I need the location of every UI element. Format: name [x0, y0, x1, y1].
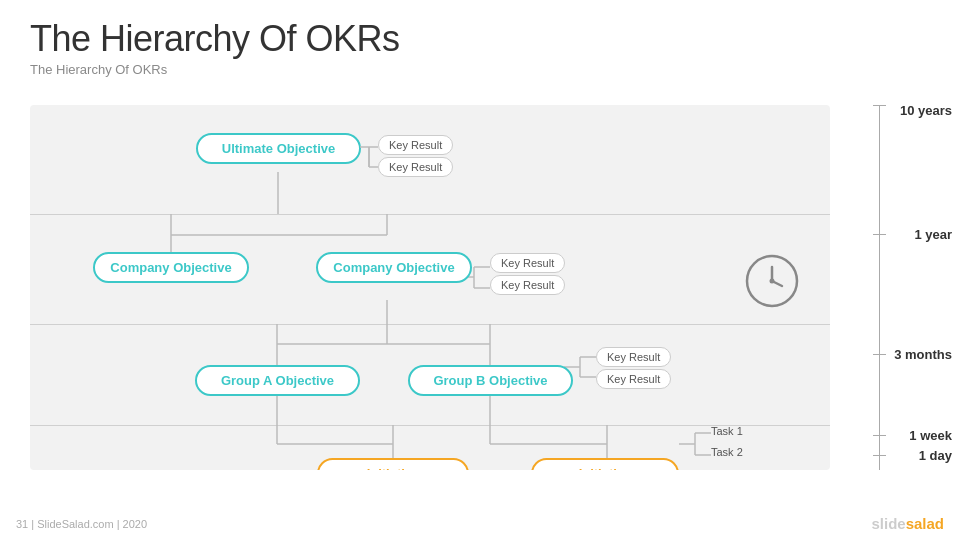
kr-company2-2: Key Result	[490, 275, 565, 295]
slide: The Hierarchy Of OKRs The Hierarchy Of O…	[0, 0, 960, 540]
initiative-2-pill: Initiative	[531, 458, 679, 470]
group-b-pill: Group B Objective	[408, 365, 573, 396]
tick-10years	[873, 105, 886, 106]
tick-1week	[873, 435, 886, 436]
timeline: 10 years 1 year 3 months 1 week 1 day	[840, 105, 960, 470]
kr-ultimate-1: Key Result	[378, 135, 453, 155]
ultimate-objective-pill: Ultimate Objective	[196, 133, 361, 164]
hline-3	[30, 425, 830, 426]
tick-1day	[873, 455, 886, 456]
kr-groupb-2: Key Result	[596, 369, 671, 389]
brand-slide: slide	[871, 515, 905, 532]
tick-1year	[873, 234, 886, 235]
label-1day: 1 day	[919, 448, 952, 463]
group-a-pill: Group A Objective	[195, 365, 360, 396]
label-1week: 1 week	[909, 428, 952, 443]
footer: 31 | SlideSalad.com | 2020 slidesalad	[0, 515, 960, 532]
tick-3months	[873, 354, 886, 355]
task-1: Task 1	[711, 425, 743, 437]
hline-1	[30, 214, 830, 215]
sub-title: The Hierarchy Of OKRs	[30, 62, 930, 77]
footer-left: 31 | SlideSalad.com | 2020	[16, 518, 147, 530]
label-3months: 3 months	[894, 347, 952, 362]
footer-brand: slidesalad	[871, 515, 944, 532]
diagram-wrapper: Ultimate Objective Key Result Key Result…	[30, 105, 830, 470]
label-1year: 1 year	[914, 227, 952, 242]
hline-2	[30, 324, 830, 325]
svg-point-33	[770, 279, 775, 284]
main-title: The Hierarchy Of OKRs	[30, 18, 930, 60]
company-obj-2-pill: Company Objective	[316, 252, 472, 283]
initiative-1-pill: Initiative	[317, 458, 469, 470]
kr-ultimate-2: Key Result	[378, 157, 453, 177]
kr-company2-1: Key Result	[490, 253, 565, 273]
company-obj-1-pill: Company Objective	[93, 252, 249, 283]
timeline-vertical-line	[879, 105, 880, 470]
title-area: The Hierarchy Of OKRs The Hierarchy Of O…	[0, 0, 960, 81]
task-2: Task 2	[711, 446, 743, 458]
clock-icon	[744, 253, 800, 309]
label-10years: 10 years	[900, 103, 952, 118]
kr-groupb-1: Key Result	[596, 347, 671, 367]
brand-salad: salad	[906, 515, 944, 532]
